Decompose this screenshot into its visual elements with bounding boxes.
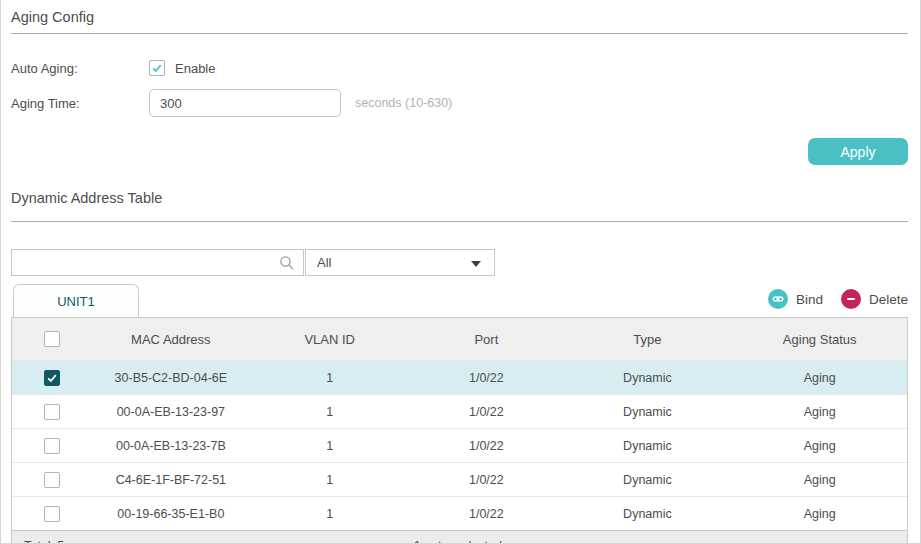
type-cell: Dynamic: [562, 473, 732, 487]
type-cell: Dynamic: [562, 507, 732, 521]
bind-label: Bind: [796, 292, 823, 307]
port-cell: 1/0/22: [410, 507, 562, 521]
section-divider: [11, 33, 908, 34]
col-header-mac: MAC Address: [93, 332, 250, 347]
aging-time-hint: seconds (10-630): [355, 96, 452, 110]
row-checkbox[interactable]: [44, 404, 60, 420]
aging-cell: Aging: [732, 405, 907, 419]
tab-unit1[interactable]: UNIT1: [13, 284, 139, 317]
mac-cell: 30-B5-C2-BD-04-6E: [93, 371, 250, 385]
delete-label: Delete: [869, 292, 908, 307]
selection-status: 1 entry selected.: [12, 539, 907, 544]
mac-cell: C4-6E-1F-BF-72-51: [93, 473, 250, 487]
port-cell: 1/0/22: [410, 439, 562, 453]
type-cell: Dynamic: [562, 439, 732, 453]
enable-label: Enable: [175, 61, 215, 76]
auto-aging-label: Auto Aging:: [11, 61, 149, 76]
vlan-cell: 1: [249, 405, 410, 419]
aging-time-input[interactable]: [149, 89, 341, 117]
delete-minus-icon: [841, 289, 861, 309]
aging-cell: Aging: [732, 439, 907, 453]
table-row[interactable]: 00-0A-EB-13-23-7B 1 1/0/22 Dynamic Aging: [12, 428, 907, 462]
table-row[interactable]: C4-6E-1F-BF-72-51 1 1/0/22 Dynamic Aging: [12, 462, 907, 496]
aging-cell: Aging: [732, 507, 907, 521]
col-header-vlan: VLAN ID: [249, 332, 410, 347]
mac-cell: 00-0A-EB-13-23-7B: [93, 439, 250, 453]
bind-button[interactable]: Bind: [768, 289, 823, 309]
port-cell: 1/0/22: [410, 371, 562, 385]
table-row[interactable]: 30-B5-C2-BD-04-6E 1 1/0/22 Dynamic Aging: [12, 360, 907, 394]
col-header-type: Type: [562, 332, 732, 347]
filter-dropdown[interactable]: All: [305, 249, 495, 276]
select-all-checkbox[interactable]: [44, 331, 60, 347]
table-header-row: MAC Address VLAN ID Port Type Aging Stat…: [12, 318, 907, 360]
aging-time-row: Aging Time: seconds (10-630): [11, 90, 908, 116]
table-row[interactable]: 00-0A-EB-13-23-97 1 1/0/22 Dynamic Aging: [12, 394, 907, 428]
aging-cell: Aging: [732, 473, 907, 487]
filter-selected-value: All: [317, 255, 331, 270]
mac-cell: 00-19-66-35-E1-B0: [93, 507, 250, 521]
table-footer: 1 entry selected. Total: 5: [12, 530, 907, 544]
col-header-port: Port: [410, 332, 562, 347]
row-checkbox[interactable]: [44, 370, 60, 386]
aging-time-label: Aging Time:: [11, 96, 149, 111]
aging-config-title: Aging Config: [11, 0, 908, 25]
search-box: [11, 249, 304, 276]
vlan-cell: 1: [249, 473, 410, 487]
dropdown-arrow-icon: [471, 261, 481, 267]
port-cell: 1/0/22: [410, 405, 562, 419]
search-icon[interactable]: [279, 255, 295, 274]
auto-aging-row: Auto Aging: Enable: [11, 55, 908, 81]
type-cell: Dynamic: [562, 371, 732, 385]
row-checkbox[interactable]: [44, 438, 60, 454]
page-panel: Aging Config Auto Aging: Enable Aging Ti…: [0, 0, 921, 544]
table-row[interactable]: 00-19-66-35-E1-B0 1 1/0/22 Dynamic Aging: [12, 496, 907, 530]
mac-cell: 00-0A-EB-13-23-97: [93, 405, 250, 419]
dynamic-table-title: Dynamic Address Table: [11, 181, 908, 206]
bind-link-icon: [768, 289, 788, 309]
row-checkbox[interactable]: [44, 506, 60, 522]
aging-cell: Aging: [732, 371, 907, 385]
row-checkbox[interactable]: [44, 472, 60, 488]
type-cell: Dynamic: [562, 405, 732, 419]
search-input[interactable]: [12, 250, 303, 275]
delete-button[interactable]: Delete: [841, 289, 908, 309]
vlan-cell: 1: [249, 371, 410, 385]
col-header-aging: Aging Status: [732, 332, 907, 347]
vlan-cell: 1: [249, 439, 410, 453]
section-divider: [11, 221, 908, 222]
auto-aging-checkbox[interactable]: [149, 60, 165, 76]
vlan-cell: 1: [249, 507, 410, 521]
check-icon: [151, 62, 163, 74]
port-cell: 1/0/22: [410, 473, 562, 487]
dynamic-address-table: MAC Address VLAN ID Port Type Aging Stat…: [11, 317, 908, 544]
apply-button[interactable]: Apply: [808, 138, 908, 165]
